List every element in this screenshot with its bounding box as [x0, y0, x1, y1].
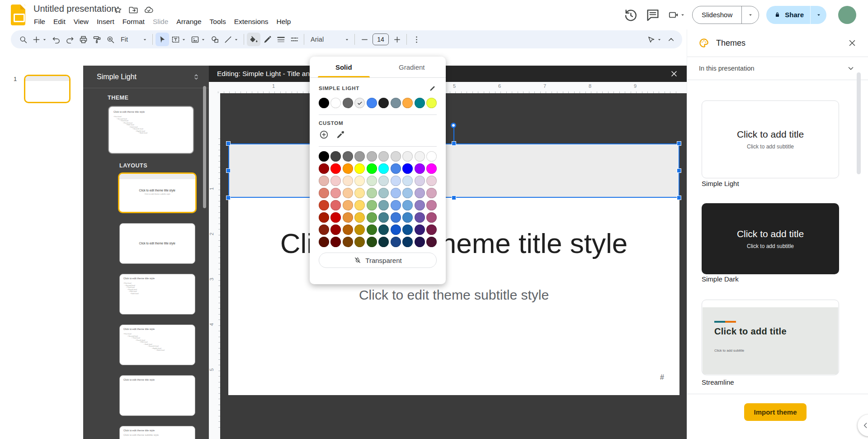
palette-color-swatch[interactable]	[391, 163, 401, 174]
share-dropdown[interactable]	[810, 6, 826, 24]
palette-color-swatch[interactable]	[367, 237, 377, 247]
palette-color-swatch[interactable]	[367, 212, 377, 223]
palette-color-swatch[interactable]	[330, 212, 341, 223]
palette-color-swatch[interactable]	[330, 176, 341, 186]
palette-color-swatch[interactable]	[319, 200, 329, 210]
move-folder-icon[interactable]	[128, 5, 138, 15]
palette-color-swatch[interactable]	[426, 200, 437, 210]
tab-gradient[interactable]: Gradient	[378, 57, 446, 77]
palette-color-swatch[interactable]	[378, 224, 389, 235]
new-slide-button[interactable]	[30, 33, 49, 46]
palette-color-swatch[interactable]	[354, 151, 365, 162]
resize-handle-n[interactable]	[452, 141, 456, 146]
palette-color-swatch[interactable]	[378, 200, 389, 210]
palette-color-swatch[interactable]	[378, 237, 389, 247]
palette-color-swatch[interactable]	[343, 176, 353, 186]
palette-color-swatch[interactable]	[415, 212, 425, 223]
palette-color-swatch[interactable]	[319, 151, 329, 162]
palette-color-swatch[interactable]	[415, 224, 425, 235]
layout-thumbnail-2[interactable]: Click to edit theme title style	[119, 223, 195, 264]
palette-color-swatch[interactable]	[391, 188, 401, 198]
palette-color-swatch[interactable]	[415, 188, 425, 198]
palette-color-swatch[interactable]	[402, 188, 413, 198]
palette-color-swatch[interactable]	[415, 163, 425, 174]
menu-slide[interactable]: Slide	[149, 16, 172, 27]
version-history-icon[interactable]	[623, 7, 638, 23]
resize-handle-ne[interactable]	[677, 141, 681, 146]
theme-color-swatch[interactable]	[354, 98, 365, 108]
theme-color-swatch[interactable]	[415, 98, 425, 108]
slides-logo[interactable]	[11, 5, 25, 25]
menu-arrange[interactable]: Arrange	[172, 16, 205, 27]
palette-color-swatch[interactable]	[330, 200, 341, 210]
close-icon[interactable]	[670, 69, 679, 78]
palette-color-swatch[interactable]	[426, 224, 437, 235]
insert-line-button[interactable]	[222, 33, 241, 46]
layout-thumbnail-3[interactable]: Click to edit theme title style• First l…	[119, 274, 195, 315]
slideshow-dropdown[interactable]	[741, 6, 759, 24]
font-size-input[interactable]: 14	[373, 33, 389, 45]
menu-help[interactable]: Help	[273, 16, 295, 27]
slide-editor[interactable]: Click to edit theme title style Click to…	[228, 143, 679, 395]
palette-color-swatch[interactable]	[343, 188, 353, 198]
palette-color-swatch[interactable]	[402, 224, 413, 235]
palette-color-swatch[interactable]	[426, 176, 437, 186]
palette-color-swatch[interactable]	[426, 188, 437, 198]
more-options-button[interactable]	[410, 33, 423, 46]
theme-card-simple-light[interactable]: Click to add titleClick to add subtitle	[702, 100, 839, 178]
theme-color-swatch[interactable]	[378, 98, 389, 108]
layout-thumbnail-6[interactable]: Click to edit theme title styleClick to …	[119, 426, 195, 439]
text-box-button[interactable]	[169, 33, 189, 46]
palette-color-swatch[interactable]	[426, 237, 437, 247]
palette-color-swatch[interactable]	[415, 151, 425, 162]
palette-color-swatch[interactable]	[415, 176, 425, 186]
search-button[interactable]	[16, 33, 30, 46]
transparent-button[interactable]: Transparent	[319, 253, 437, 268]
title-placeholder[interactable]	[228, 143, 679, 198]
theme-color-swatch[interactable]	[391, 98, 401, 108]
palette-color-swatch[interactable]	[354, 212, 365, 223]
collapse-panel-button[interactable]	[858, 415, 868, 436]
theme-color-swatch[interactable]	[330, 98, 341, 108]
palette-color-swatch[interactable]	[391, 200, 401, 210]
palette-color-swatch[interactable]	[426, 212, 437, 223]
eyedropper-icon[interactable]	[335, 129, 346, 140]
border-color-button[interactable]	[260, 33, 274, 46]
rotation-handle[interactable]	[451, 123, 456, 128]
menu-extensions[interactable]: Extensions	[230, 16, 273, 27]
palette-color-swatch[interactable]	[402, 237, 413, 247]
reorder-icon[interactable]	[192, 72, 201, 81]
palette-color-swatch[interactable]	[367, 163, 377, 174]
pointer-mode-button[interactable]	[645, 33, 664, 46]
palette-color-swatch[interactable]	[367, 176, 377, 186]
palette-color-swatch[interactable]	[319, 188, 329, 198]
palette-color-swatch[interactable]	[343, 237, 353, 247]
menu-file[interactable]: File	[30, 16, 49, 27]
palette-color-swatch[interactable]	[354, 224, 365, 235]
resize-handle-se[interactable]	[677, 196, 681, 200]
import-theme-button[interactable]: Import theme	[744, 403, 807, 421]
palette-color-swatch[interactable]	[426, 163, 437, 174]
comments-icon[interactable]	[645, 7, 660, 23]
palette-color-swatch[interactable]	[367, 188, 377, 198]
palette-color-swatch[interactable]	[330, 237, 341, 247]
palette-color-swatch[interactable]	[319, 212, 329, 223]
palette-color-swatch[interactable]	[426, 151, 437, 162]
avatar[interactable]	[838, 6, 856, 24]
palette-color-swatch[interactable]	[402, 151, 413, 162]
palette-color-swatch[interactable]	[391, 237, 401, 247]
print-button[interactable]	[76, 33, 90, 46]
edit-theme-colors-icon[interactable]	[429, 84, 437, 92]
theme-color-swatch[interactable]	[343, 98, 353, 108]
fill-color-button[interactable]	[247, 33, 260, 46]
horizontal-ruler[interactable]: 123456789	[209, 82, 687, 93]
resize-handle-sw[interactable]	[226, 196, 231, 200]
palette-color-swatch[interactable]	[343, 151, 353, 162]
palette-color-swatch[interactable]	[354, 200, 365, 210]
theme-color-swatch[interactable]	[319, 98, 329, 108]
theme-master-thumbnail[interactable]: Click to edit theme title style • First …	[108, 106, 194, 154]
theme-card-streamline[interactable]: Click to add titleClick to add subtitle	[702, 300, 839, 375]
decrease-font-button[interactable]	[358, 33, 371, 46]
theme-color-swatch[interactable]	[402, 98, 413, 108]
palette-color-swatch[interactable]	[391, 151, 401, 162]
